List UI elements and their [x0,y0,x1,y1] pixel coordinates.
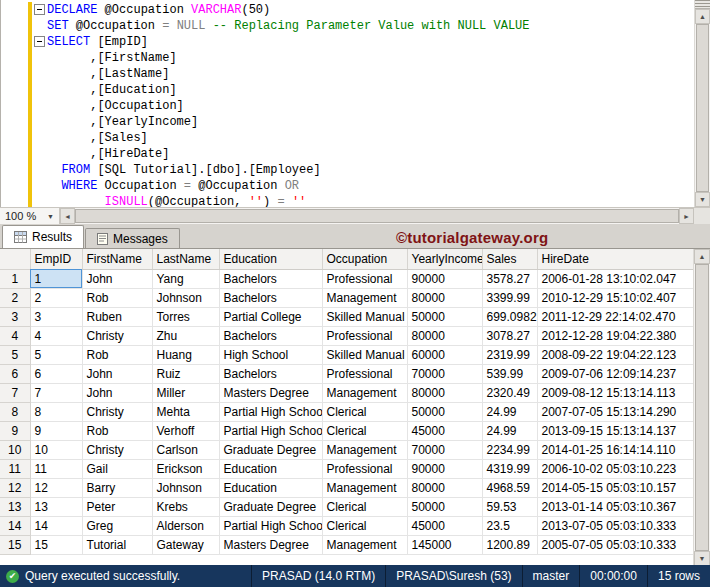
row-header[interactable]: 2 [0,288,30,307]
cell[interactable]: John [82,364,152,383]
column-header-hiredate[interactable]: HireDate [537,249,693,269]
row-header[interactable]: 10 [0,440,30,459]
row-header[interactable]: 9 [0,421,30,440]
cell[interactable]: 90000 [407,269,482,288]
cell[interactable]: 45000 [407,421,482,440]
cell[interactable]: Partial High School [219,421,322,440]
cell[interactable]: 145000 [407,535,482,554]
column-header-firstname[interactable]: FirstName [82,249,152,269]
grid-vertical-scrollbar[interactable]: ▲ ▼ [693,249,710,565]
cell[interactable]: Graduate Degree [219,497,322,516]
cell[interactable]: Professional [322,364,407,383]
cell[interactable]: Skilled Manual [322,307,407,326]
cell[interactable]: 50000 [407,402,482,421]
cell[interactable]: Christy [82,326,152,345]
cell[interactable]: 24.99 [482,421,537,440]
splitter-grip[interactable] [695,0,710,9]
row-header[interactable]: 3 [0,307,30,326]
cell[interactable]: Clerical [322,402,407,421]
cell[interactable]: Greg [82,516,152,535]
cell[interactable]: Gail [82,459,152,478]
cell[interactable]: 6 [30,364,82,383]
cell[interactable]: 2007-07-05 15:13:14.290 [537,402,693,421]
cell[interactable]: 12 [30,478,82,497]
scrollbar-thumb[interactable] [695,264,709,551]
cell[interactable]: Management [322,535,407,554]
column-header-occupation[interactable]: Occupation [322,249,407,269]
collapse-region-icon[interactable] [34,4,45,15]
cell[interactable]: 2009-08-12 15:13:14.113 [537,383,693,402]
scroll-left-icon[interactable]: ◄ [60,208,75,224]
cell[interactable]: 3578.27 [482,269,537,288]
cell[interactable]: Masters Degree [219,535,322,554]
cell[interactable]: 59.53 [482,497,537,516]
cell[interactable]: 2013-07-05 05:03:10.333 [537,516,693,535]
cell[interactable]: Ruben [82,307,152,326]
cell[interactable]: 3399.99 [482,288,537,307]
cell[interactable]: Rob [82,288,152,307]
editor-horizontal-scrollbar[interactable]: ◄ ► [60,208,694,224]
cell[interactable]: 15 [30,535,82,554]
cell[interactable]: 699.0982 [482,307,537,326]
cell[interactable]: 2319.99 [482,345,537,364]
collapse-region-icon[interactable] [34,36,45,47]
cell[interactable]: Verhoff [152,421,219,440]
cell[interactable]: Tutorial [82,535,152,554]
row-header[interactable]: 15 [0,535,30,554]
scrollbar-thumb[interactable] [75,209,679,223]
cell[interactable]: 2010-12-29 15:10:02.407 [537,288,693,307]
scroll-up-icon[interactable]: ▲ [695,9,710,24]
cell[interactable]: 1200.89 [482,535,537,554]
cell[interactable]: Masters Degree [219,383,322,402]
cell[interactable]: Rob [82,421,152,440]
cell[interactable]: John [82,269,152,288]
cell[interactable]: 1 [30,269,82,288]
row-header[interactable]: 1 [0,269,30,288]
cell[interactable]: Krebs [152,497,219,516]
scrollbar-track[interactable] [75,208,679,224]
cell[interactable]: Torres [152,307,219,326]
cell[interactable]: 4 [30,326,82,345]
cell[interactable]: 70000 [407,364,482,383]
cell[interactable]: 90000 [407,459,482,478]
column-header-yearlyincome[interactable]: YearlyIncome [407,249,482,269]
cell[interactable]: Zhu [152,326,219,345]
column-header-empid[interactable]: EmpID [30,249,82,269]
cell[interactable]: 2014-05-15 05:03:10.157 [537,478,693,497]
row-header[interactable]: 11 [0,459,30,478]
cell[interactable]: Education [219,478,322,497]
tab-messages[interactable]: Messages [85,228,180,248]
cell[interactable]: 8 [30,402,82,421]
cell[interactable]: 70000 [407,440,482,459]
cell[interactable]: 4319.99 [482,459,537,478]
cell[interactable]: Gateway [152,535,219,554]
scrollbar-thumb[interactable] [696,24,709,192]
cell[interactable]: Barry [82,478,152,497]
cell[interactable]: 80000 [407,478,482,497]
column-header-education[interactable]: Education [219,249,322,269]
row-header[interactable]: 6 [0,364,30,383]
cell[interactable]: Management [322,478,407,497]
cell[interactable]: 80000 [407,288,482,307]
row-header[interactable]: 7 [0,383,30,402]
cell[interactable]: 2014-01-25 16:14:14.110 [537,440,693,459]
cell[interactable]: Johnson [152,288,219,307]
cell[interactable]: 50000 [407,307,482,326]
cell[interactable]: Ruiz [152,364,219,383]
cell[interactable]: 50000 [407,497,482,516]
scroll-right-icon[interactable]: ► [679,208,694,224]
scrollbar-track[interactable] [694,264,710,551]
cell[interactable]: Management [322,383,407,402]
cell[interactable]: Clerical [322,421,407,440]
cell[interactable]: 2005-07-05 05:03:10.333 [537,535,693,554]
cell[interactable]: Alderson [152,516,219,535]
cell[interactable]: 9 [30,421,82,440]
cell[interactable]: Partial High School [219,516,322,535]
zoom-control[interactable]: 100 % ▼ [0,208,60,224]
editor-vertical-scrollbar[interactable]: ▲ ▼ [694,0,710,207]
row-header[interactable]: 8 [0,402,30,421]
cell[interactable]: Skilled Manual [322,345,407,364]
cell[interactable]: Christy [82,402,152,421]
cell[interactable]: 3078.27 [482,326,537,345]
cell[interactable]: Professional [322,269,407,288]
